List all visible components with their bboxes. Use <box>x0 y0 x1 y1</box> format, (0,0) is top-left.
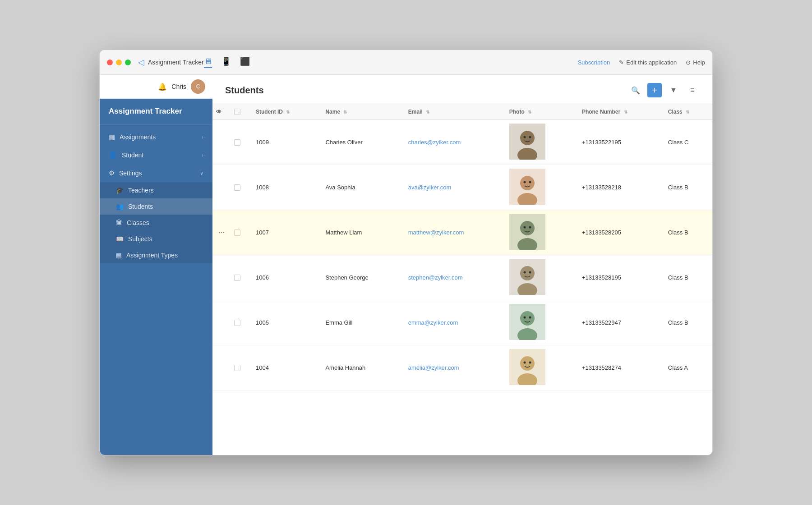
titlebar-app-name: Assignment Tracker <box>148 59 204 66</box>
row-phone: +13133522195 <box>575 120 661 165</box>
device-switcher: 🖥 📱 ⬛ <box>204 56 250 68</box>
table-row[interactable]: 1006 Stephen George stephen@zylker.com +… <box>212 255 712 300</box>
row-checkbox-cell <box>231 210 249 255</box>
row-checkbox[interactable] <box>234 320 240 326</box>
table-row[interactable]: 1009 Charles Oliver charles@zylker.com +… <box>212 120 712 165</box>
edit-app-link[interactable]: ✎ Edit this application <box>619 59 677 66</box>
sort-student-id-icon[interactable]: ⇅ <box>286 110 290 115</box>
sidebar-item-teachers[interactable]: 🎓 Teachers <box>100 182 212 198</box>
sidebar: 🔔 Chris C Assignment Tracker ▦ Assignmen… <box>100 75 212 455</box>
row-checkbox[interactable] <box>234 139 240 146</box>
email-link[interactable]: stephen@zylker.com <box>408 274 463 281</box>
subscription-link[interactable]: Subscription <box>578 59 610 66</box>
row-checkbox-cell <box>231 255 249 300</box>
sidebar-item-settings[interactable]: ⚙ Settings ∨ <box>100 164 212 182</box>
settings-chevron-icon: ∨ <box>200 170 203 176</box>
row-photo <box>502 255 575 300</box>
row-checkbox-cell <box>231 345 249 390</box>
desktop-view-icon[interactable]: 🖥 <box>204 57 212 68</box>
sort-name-icon[interactable]: ⇅ <box>343 110 347 115</box>
help-label: Help <box>693 59 705 66</box>
sidebar-student-label: Student <box>122 152 143 159</box>
row-phone: +13133528274 <box>575 345 661 390</box>
add-record-button[interactable]: + <box>647 83 662 97</box>
table-row[interactable]: 1005 Emma Gill emma@zylker.com +13133522… <box>212 300 712 345</box>
row-email: amelia@zylker.com <box>401 345 502 390</box>
sort-photo-icon[interactable]: ⇅ <box>528 110 531 115</box>
sort-email-icon[interactable]: ⇅ <box>426 110 429 115</box>
row-student-id: 1007 <box>249 210 318 255</box>
row-checkbox-cell <box>231 300 249 345</box>
row-eye-cell <box>212 120 231 165</box>
app-title-bar: ◁ Assignment Tracker <box>138 57 204 67</box>
edit-app-label: Edit this application <box>626 59 677 66</box>
row-name: Matthew Liam <box>318 210 401 255</box>
sidebar-item-student[interactable]: 👤 Student › <box>100 146 212 164</box>
sidebar-nav: ▦ Assignments › 👤 Student › ⚙ Setting <box>100 124 212 267</box>
assignments-chevron-icon: › <box>202 134 203 140</box>
header-actions: 🔍 + ▼ ≡ <box>628 83 700 97</box>
svg-point-26 <box>520 356 535 371</box>
monitor-view-icon[interactable]: ⬛ <box>240 56 250 68</box>
sort-phone-icon[interactable]: ⇅ <box>624 110 627 115</box>
email-link[interactable]: amelia@zylker.com <box>408 364 459 371</box>
select-all-checkbox[interactable] <box>234 109 240 115</box>
row-email: emma@zylker.com <box>401 300 502 345</box>
close-button[interactable] <box>107 60 113 65</box>
sidebar-settings-label: Settings <box>119 170 142 177</box>
svg-point-6 <box>520 176 535 190</box>
row-class: Class B <box>661 210 712 255</box>
more-options-button[interactable]: ≡ <box>685 83 700 97</box>
filter-button[interactable]: ▼ <box>666 83 681 97</box>
row-checkbox[interactable] <box>234 230 240 236</box>
row-name: Stephen George <box>318 255 401 300</box>
table-row[interactable]: 1008 Ava Sophia ava@zylker.com +13133528… <box>212 165 712 210</box>
row-photo <box>502 120 575 165</box>
notification-icon[interactable]: 🔔 <box>158 83 167 91</box>
students-table: 👁 Student ID ⇅ Name ⇅ Email ⇅ Photo ⇅ Ph… <box>212 104 712 390</box>
svg-point-14 <box>529 226 531 229</box>
sidebar-item-subjects[interactable]: 📖 Subjects <box>100 231 212 247</box>
sidebar-item-assignments[interactable]: ▦ Assignments › <box>100 128 212 146</box>
maximize-button[interactable] <box>125 60 131 65</box>
row-photo <box>502 345 575 390</box>
sidebar-assignments-label: Assignments <box>120 133 156 141</box>
email-link[interactable]: emma@zylker.com <box>408 319 458 326</box>
sidebar-item-classes[interactable]: 🏛 Classes <box>100 215 212 231</box>
row-eye-cell: ··· <box>212 210 231 255</box>
row-email: matthew@zylker.com <box>401 210 502 255</box>
tablet-view-icon[interactable]: 📱 <box>221 56 231 68</box>
row-checkbox[interactable] <box>234 275 240 281</box>
sidebar-item-students[interactable]: 👥 Students <box>100 198 212 215</box>
email-link[interactable]: matthew@zylker.com <box>408 229 464 236</box>
th-student-id: Student ID ⇅ <box>249 104 318 120</box>
row-class: Class C <box>661 120 712 165</box>
classes-label: Classes <box>127 219 149 226</box>
th-class: Class ⇅ <box>661 104 712 120</box>
svg-point-4 <box>529 136 531 138</box>
table-row[interactable]: ··· 1007 Matthew Liam matthew@zylker.com… <box>212 210 712 255</box>
eye-icon: 👁 <box>216 109 221 115</box>
minimize-button[interactable] <box>116 60 122 65</box>
sort-class-icon[interactable]: ⇅ <box>686 110 689 115</box>
row-photo <box>502 210 575 255</box>
row-checkbox[interactable] <box>234 365 240 371</box>
sidebar-item-assignment-types[interactable]: ▤ Assignment Types <box>100 247 212 263</box>
email-link[interactable]: charles@zylker.com <box>408 139 461 146</box>
row-more-icon[interactable]: ··· <box>216 227 227 238</box>
table-row[interactable]: 1004 Amelia Hannah amelia@zylker.com +13… <box>212 345 712 390</box>
th-photo: Photo ⇅ <box>502 104 575 120</box>
row-name: Charles Oliver <box>318 120 401 165</box>
help-link[interactable]: ⊙ Help <box>686 59 705 66</box>
search-button[interactable]: 🔍 <box>628 83 643 97</box>
user-bar: 🔔 Chris C <box>100 75 212 99</box>
th-phone: Phone Number ⇅ <box>575 104 661 120</box>
row-student-id: 1004 <box>249 345 318 390</box>
app-logo-icon: ◁ <box>138 57 144 67</box>
teachers-icon: 🎓 <box>116 187 124 194</box>
user-avatar[interactable]: C <box>191 79 205 94</box>
row-eye-cell <box>212 345 231 390</box>
row-checkbox[interactable] <box>234 184 240 191</box>
top-right-actions: Subscription ✎ Edit this application ⊙ H… <box>250 59 705 66</box>
email-link[interactable]: ava@zylker.com <box>408 184 452 191</box>
